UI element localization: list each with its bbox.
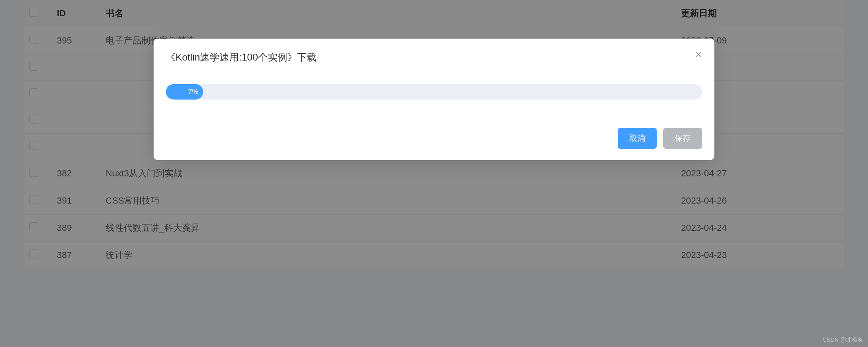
progress-fill: 7% xyxy=(166,84,203,100)
save-button[interactable]: 保存 xyxy=(663,128,702,149)
dialog-title: 《Kotlin速学速用:100个实例》下载 xyxy=(166,51,702,64)
watermark: CSDN @北极象 xyxy=(822,336,863,344)
modal-overlay: 《Kotlin速学速用:100个实例》下载 7% 取消 保存 xyxy=(0,0,868,347)
progress-bar: 7% xyxy=(166,84,702,100)
close-icon[interactable] xyxy=(694,50,703,59)
dialog-footer: 取消 保存 xyxy=(166,128,702,149)
cancel-button[interactable]: 取消 xyxy=(618,128,657,149)
progress-label: 7% xyxy=(188,88,198,96)
download-dialog: 《Kotlin速学速用:100个实例》下载 7% 取消 保存 xyxy=(154,39,714,160)
